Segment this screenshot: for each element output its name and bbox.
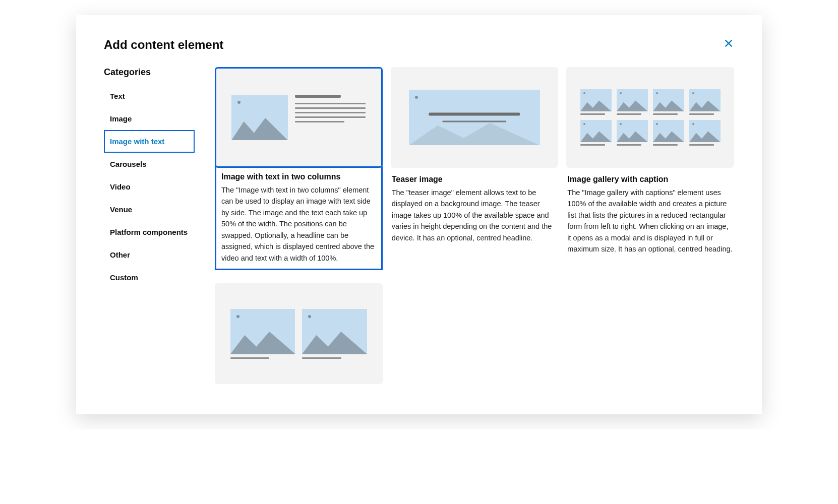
preview-two-column-icon <box>231 95 366 140</box>
add-content-element-modal: Add content element Categories Text Imag… <box>76 15 762 414</box>
modal-header: Add content element <box>104 38 734 52</box>
card-title: Image with text in two columns <box>221 172 376 181</box>
svg-marker-2 <box>580 100 612 111</box>
card-teaser-image[interactable]: Teaser image The "teaser image" element … <box>391 67 559 270</box>
image-placeholder-icon <box>580 120 612 142</box>
card-title: Image gallery with caption <box>567 175 733 184</box>
card-text: Image gallery with caption The "Image ga… <box>566 168 734 255</box>
card-description: The "Image with text in two columns" ele… <box>221 184 376 264</box>
image-placeholder-icon <box>617 89 648 111</box>
preview-gallery-icon <box>580 89 721 146</box>
modal-body: Categories Text Image Image with text Ca… <box>104 67 734 384</box>
text-lines-icon <box>295 95 366 122</box>
preview-two-images-icon <box>230 309 368 359</box>
card-preview <box>391 67 559 168</box>
category-carousels[interactable]: Carousels <box>104 153 195 175</box>
svg-marker-5 <box>689 100 721 111</box>
category-video[interactable]: Video <box>104 175 195 198</box>
svg-marker-1 <box>409 122 540 145</box>
element-grid: Image with text in two columns The "Imag… <box>215 67 734 384</box>
category-image[interactable]: Image <box>104 107 195 130</box>
card-description: The "Image gallery with captions" elemen… <box>567 187 733 255</box>
card-image-gallery-caption[interactable]: Image gallery with caption The "Image ga… <box>566 67 734 270</box>
image-placeholder-icon <box>580 89 612 111</box>
category-platform-components[interactable]: Platform components <box>104 221 195 243</box>
svg-marker-9 <box>689 131 721 142</box>
card-preview <box>566 67 734 168</box>
category-venue[interactable]: Venue <box>104 198 195 221</box>
image-placeholder-icon <box>231 95 288 140</box>
card-image-text-two-columns[interactable]: Image with text in two columns The "Imag… <box>215 67 383 270</box>
image-placeholder-icon <box>617 120 648 142</box>
svg-marker-11 <box>302 332 367 354</box>
card-text: Image with text in two columns The "Imag… <box>215 166 383 270</box>
card-text: Teaser image The "teaser image" element … <box>391 168 559 243</box>
svg-marker-3 <box>617 100 648 111</box>
category-image-with-text[interactable]: Image with text <box>104 130 195 153</box>
svg-marker-4 <box>653 100 684 111</box>
category-other[interactable]: Other <box>104 243 195 266</box>
categories-heading: Categories <box>104 67 195 78</box>
categories-sidebar: Categories Text Image Image with text Ca… <box>104 67 195 384</box>
category-custom[interactable]: Custom <box>104 266 195 289</box>
svg-marker-8 <box>653 131 684 142</box>
image-placeholder-icon <box>653 120 684 142</box>
image-placeholder-icon <box>689 120 721 142</box>
card-preview <box>215 67 383 168</box>
text-lines-icon <box>429 113 520 122</box>
category-text[interactable]: Text <box>104 85 195 107</box>
svg-marker-0 <box>231 117 288 140</box>
modal-title: Add content element <box>104 38 223 52</box>
close-button[interactable] <box>723 38 734 49</box>
image-placeholder-icon <box>689 89 721 111</box>
svg-marker-7 <box>617 131 648 142</box>
card-preview <box>215 283 383 384</box>
svg-marker-6 <box>580 131 612 142</box>
card-title: Teaser image <box>392 175 558 184</box>
image-placeholder-icon <box>302 309 367 354</box>
svg-marker-10 <box>230 332 295 354</box>
image-placeholder-icon <box>653 89 684 111</box>
close-icon <box>723 38 734 49</box>
preview-teaser-icon <box>409 90 540 145</box>
card-description: The "teaser image" element allows text t… <box>392 187 558 243</box>
image-placeholder-icon <box>230 309 295 354</box>
card-two-images[interactable] <box>215 283 383 384</box>
